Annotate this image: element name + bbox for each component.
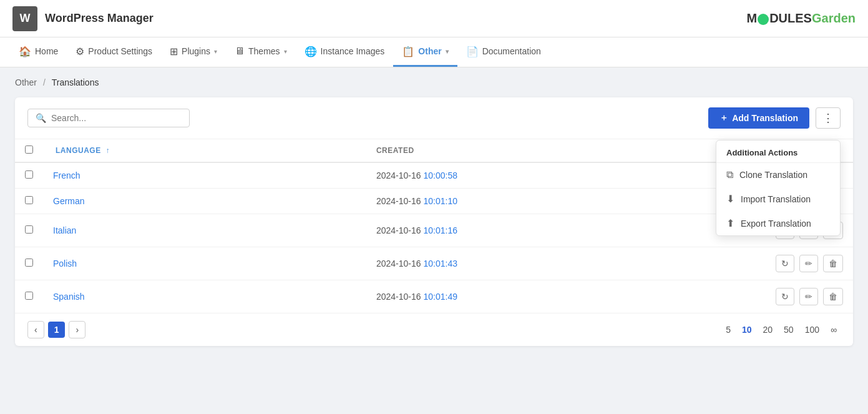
app-title: WordPress Manager	[45, 12, 154, 25]
clone-translation-item[interactable]: ⧉ Clone Translation	[716, 163, 840, 187]
refresh-button[interactable]: ↻	[776, 288, 794, 305]
top-bar: W WordPress Manager MDULESGarden	[0, 0, 868, 37]
brand-globe-icon	[758, 14, 769, 25]
prev-page-button[interactable]: ‹	[27, 321, 44, 338]
export-translation-label: Export Translation	[741, 219, 811, 229]
nav-label-home: Home	[35, 46, 58, 56]
app-branding: W WordPress Manager	[12, 6, 154, 31]
next-page-button[interactable]: ›	[69, 321, 85, 338]
page-size-10-button[interactable]: 10	[738, 322, 756, 337]
more-actions-button[interactable]: ⋮	[816, 107, 841, 129]
delete-button[interactable]: 🗑	[823, 255, 843, 272]
nav-item-other[interactable]: 📋 Other ▾	[393, 37, 457, 67]
breadcrumb-separator: /	[43, 77, 46, 87]
created-date: 2024-10-16	[376, 259, 421, 269]
created-date: 2024-10-16	[376, 292, 421, 302]
nav-item-documentation[interactable]: 📄 Documentation	[457, 37, 550, 67]
row-checkbox[interactable]	[25, 196, 33, 204]
delete-button[interactable]: 🗑	[823, 288, 843, 305]
page-size-∞-button[interactable]: ∞	[827, 322, 841, 337]
header-language-label: LANGUAGE	[56, 146, 101, 155]
other-icon: 📋	[402, 46, 414, 57]
search-input[interactable]	[51, 113, 182, 123]
row-actions: ↻ ✏ 🗑	[699, 255, 843, 272]
instance-images-icon: 🌐	[305, 46, 317, 57]
translations-card: 🔍 ＋ Add Translation ⋮ Additional Actions…	[15, 97, 853, 346]
nav-item-themes[interactable]: 🖥 Themes ▾	[226, 37, 296, 67]
row-checkbox[interactable]	[25, 225, 33, 234]
row-checkbox-cell	[15, 162, 43, 189]
row-actions: ↻ ✏ 🗑	[699, 288, 843, 305]
row-language: Spanish	[43, 280, 366, 313]
row-language: Italian	[43, 214, 366, 247]
row-checkbox[interactable]	[25, 292, 33, 300]
brand-logo: MDULESGarden	[747, 11, 856, 26]
row-checkbox[interactable]	[25, 170, 33, 179]
themes-icon: 🖥	[235, 46, 245, 57]
pagination-bar: ‹ 1 › 5102050100∞	[15, 313, 853, 346]
header-language[interactable]: LANGUAGE ↑	[43, 139, 366, 162]
row-created: 2024-10-16 10:01:43	[366, 247, 689, 280]
header-check	[15, 139, 43, 162]
refresh-button[interactable]: ↻	[776, 255, 794, 272]
breadcrumb-current: Translations	[52, 77, 99, 87]
table-row: Polish 2024-10-16 10:01:43 ↻ ✏ 🗑	[15, 247, 853, 280]
plugins-icon: ⊞	[170, 46, 178, 57]
sort-indicator: ↑	[106, 146, 110, 155]
nav-item-instance-images[interactable]: 🌐 Instance Images	[296, 37, 394, 67]
language-link[interactable]: French	[53, 170, 80, 180]
nav-item-plugins[interactable]: ⊞ Plugins ▾	[161, 37, 226, 67]
home-icon: 🏠	[19, 46, 31, 57]
export-icon: ⬆	[726, 217, 734, 229]
page-sizes: 5102050100∞	[722, 322, 841, 337]
main-content: 🔍 ＋ Add Translation ⋮ Additional Actions…	[0, 97, 868, 361]
import-translation-item[interactable]: ⬇ Import Translation	[716, 187, 840, 211]
nav-item-home[interactable]: 🏠 Home	[10, 37, 67, 67]
table-row: Spanish 2024-10-16 10:01:49 ↻ ✏ 🗑	[15, 280, 853, 313]
page-size-20-button[interactable]: 20	[759, 322, 777, 337]
settings-icon: ⚙	[76, 46, 84, 57]
row-actions-cell: ↻ ✏ 🗑	[689, 280, 853, 313]
card-toolbar: 🔍 ＋ Add Translation ⋮	[15, 97, 853, 139]
nav-label-instance-images: Instance Images	[321, 46, 385, 56]
language-link[interactable]: Italian	[53, 225, 76, 235]
page-size-5-button[interactable]: 5	[722, 322, 734, 337]
select-all-checkbox[interactable]	[25, 145, 33, 154]
nav-item-product-settings[interactable]: ⚙ Product Settings	[67, 37, 161, 67]
plugins-chevron-icon: ▾	[214, 48, 217, 55]
nav-label-other: Other	[418, 46, 441, 56]
export-translation-item[interactable]: ⬆ Export Translation	[716, 211, 840, 235]
row-actions-cell: ↻ ✏ 🗑	[689, 247, 853, 280]
created-date: 2024-10-16	[376, 196, 421, 206]
language-link[interactable]: German	[53, 196, 85, 206]
nav-label-plugins: Plugins	[182, 46, 210, 56]
import-icon: ⬇	[726, 193, 734, 205]
brand-m: M	[747, 11, 758, 25]
created-time: 10:01:16	[423, 225, 457, 235]
edit-button[interactable]: ✏	[799, 255, 818, 272]
add-translation-button[interactable]: ＋ Add Translation	[708, 107, 809, 129]
other-chevron-icon: ▾	[446, 48, 449, 55]
row-created: 2024-10-16 10:01:16	[366, 214, 689, 247]
page-size-100-button[interactable]: 100	[801, 322, 823, 337]
nav-label-themes: Themes	[248, 46, 280, 56]
clone-translation-label: Clone Translation	[739, 170, 807, 180]
nav-label-documentation: Documentation	[482, 46, 541, 56]
created-time: 10:01:10	[423, 196, 457, 206]
page-nav: ‹ 1 ›	[27, 321, 85, 338]
brand-garden: Garden	[812, 11, 856, 25]
add-translation-label: Add Translation	[732, 113, 798, 123]
row-checkbox-cell	[15, 280, 43, 313]
language-link[interactable]: Spanish	[53, 292, 85, 302]
nav-label-product-settings: Product Settings	[88, 46, 152, 56]
row-language: Polish	[43, 247, 366, 280]
additional-actions-dropdown: Additional Actions ⧉ Clone Translation ⬇…	[716, 140, 841, 236]
brand-dules: DULES	[769, 11, 812, 25]
page-size-50-button[interactable]: 50	[780, 322, 797, 337]
row-checkbox-cell	[15, 189, 43, 214]
language-link[interactable]: Polish	[53, 259, 77, 269]
edit-button[interactable]: ✏	[799, 288, 818, 305]
search-icon: 🔍	[36, 113, 46, 123]
import-translation-label: Import Translation	[741, 194, 811, 204]
row-checkbox[interactable]	[25, 259, 33, 267]
